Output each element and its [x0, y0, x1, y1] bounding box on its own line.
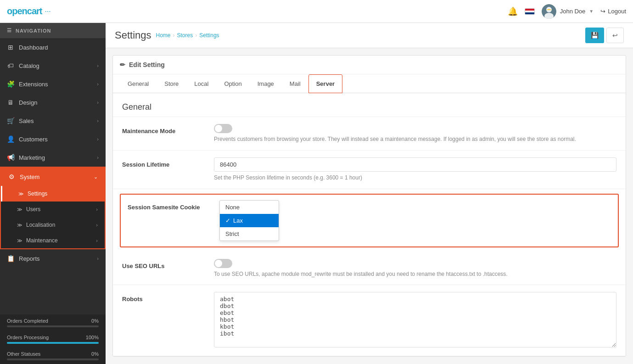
catalog-icon: 🏷: [7, 62, 14, 69]
logo-dots: ···: [45, 7, 50, 16]
sidebar-subitem-settings[interactable]: ≫ Settings: [1, 186, 105, 202]
orders-processing-value: 100%: [86, 335, 99, 340]
maintenance-mode-help: Prevents customers from browsing your st…: [214, 135, 616, 143]
logout-button[interactable]: ↪ Logout: [600, 8, 626, 15]
bell-icon[interactable]: 🔔: [508, 6, 518, 17]
sidebar-label-design: Design: [19, 99, 37, 106]
logo: opencart ···: [7, 6, 51, 17]
dropdown-option-none[interactable]: None: [220, 201, 279, 214]
session-lifetime-label: Session Lifetime: [122, 157, 214, 168]
stat-orders-completed: Orders Completed 0%: [0, 314, 106, 331]
dashboard-icon: ⊞: [7, 44, 14, 51]
sidebar-item-extensions[interactable]: 🧩 Extensions ›: [0, 75, 106, 93]
maintenance-mode-label: Maintenance Mode: [122, 124, 214, 134]
maintenance-sub-icon: ≫: [17, 238, 22, 244]
system-group: ⚙ System ⌄ ≫ Settings ≫ Users ›: [0, 167, 106, 249]
stat-orders-processing: Orders Processing 100%: [0, 331, 106, 347]
robots-textarea[interactable]: abot dbot ebot hbot kbot ibot: [214, 292, 616, 347]
hamburger-icon: ☰: [7, 28, 12, 34]
session-samesite-group: Session Samesite Cookie None ✓ Lax: [121, 195, 618, 246]
sidebar-label-localisation: Localisation: [26, 222, 55, 228]
robots-group: Robots abot dbot ebot hbot kbot ibot: [113, 285, 626, 356]
settings-sub-icon: ≫: [18, 191, 24, 197]
tab-option[interactable]: Option: [216, 74, 249, 93]
sidebar-item-dashboard[interactable]: ⊞ Dashboard: [0, 38, 106, 56]
seo-urls-group: Use SEO URLs To use SEO URLs, apache mod…: [113, 252, 626, 286]
marketing-icon: 📢: [7, 154, 14, 161]
seo-urls-control: To use SEO URLs, apache module mod_rewri…: [214, 259, 616, 278]
seo-urls-label: Use SEO URLs: [122, 259, 214, 269]
header-actions: 💾 ↩: [585, 28, 624, 43]
tab-general[interactable]: General: [120, 74, 157, 93]
sidebar-subitem-maintenance[interactable]: ≫ Maintenance ›: [1, 233, 105, 248]
checkmark-icon: ✓: [225, 217, 230, 224]
sidebar-label-maintenance: Maintenance: [26, 237, 58, 244]
form-body: General Maintenance Mode Prevents custom…: [113, 93, 626, 356]
flag-icon[interactable]: [525, 8, 535, 15]
maintenance-mode-toggle[interactable]: [214, 124, 232, 133]
sidebar-item-design[interactable]: 🖥 Design ›: [0, 93, 106, 112]
main-content: Settings Home › Stores › Settings 💾 ↩ ✏ …: [106, 23, 633, 364]
orders-processing-bar: [7, 342, 99, 344]
tab-mail[interactable]: Mail: [282, 74, 308, 93]
reports-arrow-icon: ›: [97, 256, 99, 261]
customers-arrow-icon: ›: [97, 136, 99, 142]
dropdown-option-lax[interactable]: ✓ Lax: [220, 214, 279, 227]
sidebar-item-system[interactable]: ⚙ System ⌄: [1, 168, 105, 186]
maintenance-arrow-icon: ›: [96, 238, 98, 243]
logout-label: Logout: [608, 8, 626, 15]
sidebar-item-customers[interactable]: 👤 Customers ›: [0, 130, 106, 148]
robots-label: Robots: [122, 292, 214, 302]
sidebar-label-system: System: [20, 174, 39, 180]
session-lifetime-input[interactable]: [214, 157, 616, 172]
save-button[interactable]: 💾: [585, 28, 604, 43]
user-name: John Doe: [560, 8, 586, 15]
section-title-general: General: [113, 93, 626, 117]
sidebar-stats: Orders Completed 0% Orders Processing 10…: [0, 314, 106, 364]
sales-arrow-icon: ›: [97, 118, 99, 123]
back-button[interactable]: ↩: [606, 28, 624, 43]
page-title: Settings: [115, 29, 151, 41]
other-statuses-bar: [7, 358, 99, 360]
settings-tabs: General Store Local Option Image Mail Se…: [113, 74, 626, 93]
tab-server[interactable]: Server: [308, 74, 342, 93]
catalog-arrow-icon: ›: [97, 63, 99, 68]
breadcrumb-stores[interactable]: Stores: [177, 32, 193, 39]
sidebar-item-marketing[interactable]: 📢 Marketing ›: [0, 148, 106, 167]
robots-control: abot dbot ebot hbot kbot ibot: [214, 292, 616, 349]
tab-image[interactable]: Image: [250, 74, 282, 93]
reports-icon: 📋: [7, 255, 14, 262]
sidebar-item-sales[interactable]: 🛒 Sales ›: [0, 112, 106, 130]
system-arrow-icon: ⌄: [94, 174, 98, 180]
stat-other-statuses: Other Statuses 0%: [0, 347, 106, 364]
session-samesite-dropdown-wrapper: None ✓ Lax Strict: [219, 200, 279, 241]
seo-urls-toggle[interactable]: [214, 259, 232, 268]
nav-header-label: NAVIGATION: [16, 28, 51, 34]
maintenance-mode-group: Maintenance Mode Prevents customers from…: [113, 117, 626, 151]
user-dropdown-icon: ▼: [589, 9, 594, 14]
sidebar-subitem-users[interactable]: ≫ Users ›: [1, 202, 105, 217]
user-menu[interactable]: John Doe ▼: [542, 4, 594, 19]
customers-icon: 👤: [7, 135, 14, 143]
session-lifetime-help: Set the PHP Session lifetime in seconds …: [214, 174, 616, 182]
main-layout: ☰ NAVIGATION ⊞ Dashboard 🏷 Catalog › 🧩 E…: [0, 23, 633, 364]
breadcrumb-home[interactable]: Home: [156, 32, 171, 39]
page-header: Settings Home › Stores › Settings 💾 ↩: [106, 23, 633, 48]
design-icon: 🖥: [7, 99, 14, 106]
tab-local[interactable]: Local: [186, 74, 216, 93]
breadcrumb-current: Settings: [199, 32, 219, 39]
logo-text: opencart: [7, 6, 42, 17]
dropdown-option-strict[interactable]: Strict: [220, 227, 279, 241]
session-lifetime-control: Set the PHP Session lifetime in seconds …: [214, 157, 616, 182]
tab-store[interactable]: Store: [157, 74, 186, 93]
sidebar-item-catalog[interactable]: 🏷 Catalog ›: [0, 56, 106, 75]
sidebar-item-reports[interactable]: 📋 Reports ›: [0, 249, 106, 268]
breadcrumb-sep-1: ›: [173, 32, 175, 39]
design-arrow-icon: ›: [97, 100, 99, 105]
session-samesite-dropdown: None ✓ Lax Strict: [219, 200, 279, 241]
top-navbar: opencart ··· 🔔 John Doe ▼ ↪ Logout: [0, 0, 633, 23]
extensions-arrow-icon: ›: [97, 81, 99, 87]
session-samesite-control: None ✓ Lax Strict: [219, 200, 611, 241]
avatar-image: [542, 4, 556, 19]
sidebar-subitem-localisation[interactable]: ≫ Localisation ›: [1, 217, 105, 233]
